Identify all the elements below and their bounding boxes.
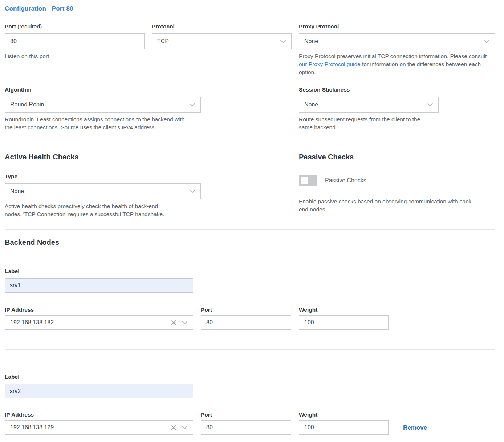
proxy-protocol-select[interactable]: None bbox=[299, 33, 495, 49]
configuration-panel: Configuration - Port 80 Port(required) L… bbox=[5, 5, 495, 435]
health-check-type-label: Type bbox=[5, 173, 201, 181]
node-ip-value: 192.168.138.182 bbox=[10, 319, 54, 326]
algorithm-helper: Roundrobin. Least connections assigns co… bbox=[5, 115, 186, 131]
active-health-checks-helper: Active health checks proactively check t… bbox=[5, 202, 175, 218]
proxy-protocol-field: Proxy Protocol None Proxy Protocol prese… bbox=[299, 23, 495, 76]
protocol-select[interactable]: TCP bbox=[152, 33, 292, 49]
node-port-label: Port bbox=[201, 306, 291, 314]
node-ip-value: 192.168.138.129 bbox=[10, 424, 54, 431]
chevron-down-icon bbox=[189, 190, 195, 194]
passive-checks-helper: Enable passive checks based on observing… bbox=[299, 198, 480, 214]
proxy-protocol-label: Proxy Protocol bbox=[299, 23, 495, 31]
session-stickiness-select-value: None bbox=[304, 101, 318, 108]
node-label-input[interactable] bbox=[5, 384, 193, 398]
node-ip-port-weight-row: IP Address 192.168.138.182 Port Weight bbox=[5, 306, 495, 330]
protocol-select-value: TCP bbox=[157, 38, 169, 45]
port-helper: Listen on this port bbox=[5, 52, 145, 60]
passive-checks-toggle[interactable] bbox=[299, 175, 317, 186]
node-weight-label: Weight bbox=[299, 306, 389, 314]
passive-checks-toggle-label: Passive Checks bbox=[325, 177, 366, 184]
node-label-label: Label bbox=[5, 373, 495, 381]
node-ip-field: IP Address 192.168.138.129 bbox=[5, 411, 193, 435]
algorithm-select[interactable]: Round Robin bbox=[5, 97, 201, 113]
health-check-type-select[interactable]: None bbox=[5, 183, 201, 199]
configuration-title[interactable]: Configuration - Port 80 bbox=[5, 5, 73, 12]
node-port-input[interactable] bbox=[201, 420, 291, 435]
clear-x-icon[interactable] bbox=[171, 425, 176, 430]
protocol-field: Protocol TCP bbox=[152, 23, 292, 49]
chevron-down-icon[interactable] bbox=[182, 426, 188, 430]
row-algorithm-stickiness: Algorithm Round Robin Roundrobin. Least … bbox=[5, 86, 495, 131]
proxy-protocol-select-value: None bbox=[304, 38, 318, 45]
port-input[interactable] bbox=[5, 33, 145, 49]
row-checks-body: Type None Active health checks proactive… bbox=[5, 162, 495, 218]
chevron-down-icon[interactable] bbox=[182, 321, 188, 325]
session-stickiness-helper: Route subsequent requests from the clien… bbox=[299, 115, 433, 131]
port-required-text: (required) bbox=[17, 23, 42, 29]
chevron-down-icon bbox=[427, 103, 433, 107]
session-stickiness-label: Session Stickiness bbox=[299, 86, 495, 94]
node-port-field: Port bbox=[201, 306, 291, 330]
node-ip-port-weight-row: IP Address 192.168.138.129 Port Weight R… bbox=[5, 411, 495, 435]
port-label-text: Port bbox=[5, 23, 16, 29]
node-port-field: Port bbox=[201, 411, 291, 435]
clear-x-icon[interactable] bbox=[171, 320, 176, 325]
section-divider bbox=[5, 143, 495, 143]
node-port-label: Port bbox=[201, 411, 291, 419]
node-ip-label: IP Address bbox=[5, 411, 193, 419]
proxy-protocol-guide-link[interactable]: our Proxy Protocol guide bbox=[299, 61, 361, 67]
node-ip-combobox[interactable]: 192.168.138.182 bbox=[5, 315, 193, 330]
chevron-down-icon bbox=[280, 40, 286, 44]
port-field: Port(required) Listen on this port bbox=[5, 23, 145, 60]
combo-icons bbox=[171, 320, 188, 325]
proxy-protocol-helper: Proxy Protocol preserves initial TCP con… bbox=[299, 52, 495, 76]
node-ip-combobox[interactable]: 192.168.138.129 bbox=[5, 420, 193, 435]
chevron-down-icon bbox=[189, 103, 195, 107]
node-weight-input[interactable] bbox=[299, 420, 389, 435]
remove-node-link[interactable]: Remove bbox=[403, 424, 427, 431]
node-ip-label: IP Address bbox=[5, 306, 193, 314]
row-port-protocol-proxy: Port(required) Listen on this port Proto… bbox=[5, 23, 495, 76]
algorithm-field: Algorithm Round Robin Roundrobin. Least … bbox=[5, 86, 201, 131]
node-weight-input[interactable] bbox=[299, 315, 389, 330]
passive-checks-toggle-row: Passive Checks bbox=[299, 175, 495, 186]
row-checks-headings: Active Health Checks Passive Checks bbox=[5, 152, 495, 162]
algorithm-label: Algorithm bbox=[5, 86, 201, 94]
port-label: Port(required) bbox=[5, 23, 145, 31]
backend-node-row: Label IP Address 192.168.138.129 Port We… bbox=[5, 373, 495, 435]
algorithm-select-value: Round Robin bbox=[10, 101, 44, 108]
chevron-down-icon bbox=[483, 40, 489, 44]
passive-checks-heading: Passive Checks bbox=[299, 152, 495, 162]
protocol-label: Protocol bbox=[152, 23, 292, 31]
node-weight-field: Weight bbox=[299, 306, 389, 330]
node-label-input[interactable] bbox=[5, 278, 193, 293]
passive-checks-section: Passive Checks Enable passive checks bas… bbox=[299, 162, 495, 214]
node-ip-field: IP Address 192.168.138.182 bbox=[5, 306, 193, 330]
active-health-checks-section: Type None Active health checks proactive… bbox=[5, 162, 201, 218]
session-stickiness-field: Session Stickiness None Route subsequent… bbox=[299, 86, 495, 131]
toggle-knob bbox=[301, 177, 308, 184]
node-label-label: Label bbox=[5, 267, 495, 275]
section-divider bbox=[5, 229, 495, 230]
node-port-input[interactable] bbox=[201, 315, 291, 330]
proxy-helper-text: Proxy Protocol preserves initial TCP con… bbox=[299, 53, 487, 59]
node-weight-field: Weight bbox=[299, 411, 389, 435]
session-stickiness-select[interactable]: None bbox=[299, 97, 439, 113]
backend-nodes-heading: Backend Nodes bbox=[5, 238, 495, 247]
active-health-checks-heading: Active Health Checks bbox=[5, 152, 78, 162]
combo-icons bbox=[171, 425, 188, 430]
node-divider bbox=[5, 349, 495, 350]
node-weight-label: Weight bbox=[299, 411, 389, 419]
backend-node-row: Label IP Address 192.168.138.182 Port We… bbox=[5, 267, 495, 330]
health-check-type-select-value: None bbox=[10, 188, 24, 195]
